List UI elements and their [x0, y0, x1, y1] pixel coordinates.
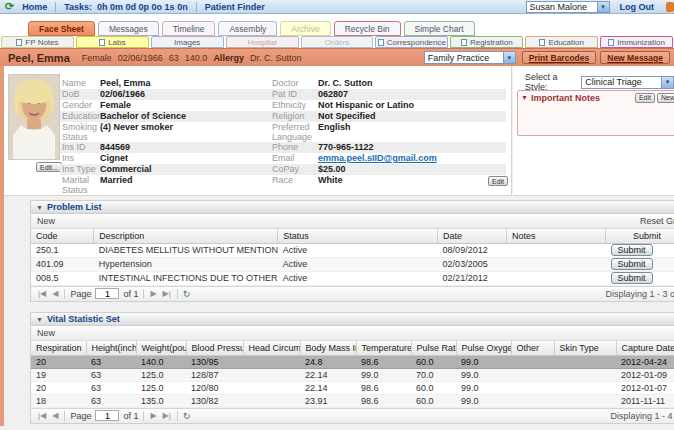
tab-correspondence[interactable]: Correspondence	[375, 36, 448, 48]
collapse-icon[interactable]: ▼	[36, 204, 43, 211]
col-blood-pressure[interactable]: Blood Pressure	[186, 341, 243, 355]
pager-first-icon[interactable]: |◀	[38, 289, 46, 298]
submit-button[interactable]: Submit	[611, 258, 653, 270]
field-label: Marital Status	[60, 175, 100, 195]
copay-value: $25.00	[318, 164, 506, 175]
tab-images[interactable]: Images	[151, 36, 224, 48]
chevron-down-icon: ▾	[661, 77, 673, 88]
col-capture-date[interactable]: Capture Date▼	[616, 341, 674, 355]
tab-registration[interactable]: Registration	[450, 36, 523, 48]
tab-labs[interactable]: Labs	[76, 36, 149, 48]
print-barcodes-button[interactable]: Print Barcodes	[522, 51, 596, 64]
pager-next-icon[interactable]: ▶	[150, 289, 156, 298]
tab-label: Hospital	[248, 38, 277, 47]
pager-prev-icon[interactable]: ◀	[52, 289, 58, 298]
allergy-link[interactable]: Allergy	[213, 53, 244, 63]
tab-archive[interactable]: Archive	[280, 21, 330, 36]
tab-immunization[interactable]: Immunization	[600, 36, 673, 48]
tasks-label[interactable]: Tasks:	[64, 2, 92, 12]
vital-row[interactable]: 20 63 140.0 130/95 24.8 98.6 60.0 99.0 2…	[31, 355, 674, 368]
tab-face-sheet[interactable]: Face Sheet	[28, 21, 95, 36]
submit-button[interactable]: Submit	[611, 244, 653, 256]
tab-education[interactable]: Education	[525, 36, 598, 48]
problem-reset-grid-button[interactable]: Reset Grid	[640, 216, 674, 226]
col-height[interactable]: Height(inches)	[86, 341, 136, 355]
col-date[interactable]: Date	[438, 229, 507, 243]
notes-new-button[interactable]: New	[657, 93, 674, 103]
col-other[interactable]: Other	[511, 341, 554, 355]
height-cell: 63	[86, 355, 136, 368]
field-label: Preferred Language	[272, 122, 318, 142]
page-label: Page	[70, 411, 91, 421]
tab-timeline[interactable]: Timeline	[162, 21, 216, 36]
pulse-cell: 60.0	[411, 381, 456, 394]
pager-next-icon[interactable]: ▶	[150, 411, 156, 420]
col-weight[interactable]: Weight(pounds)	[136, 341, 186, 355]
notes-edit-button[interactable]: Edit	[635, 93, 655, 103]
pager-prev-icon[interactable]: ◀	[52, 411, 58, 420]
page-input[interactable]	[95, 288, 119, 299]
col-notes[interactable]: Notes	[506, 229, 605, 243]
tab-simple-chart[interactable]: Simple Chart	[404, 21, 475, 36]
tab-fp-notes[interactable]: FP Notes	[1, 36, 74, 48]
user-select[interactable]: Susan Malone ▾	[526, 1, 610, 13]
page-input[interactable]	[95, 410, 119, 421]
problem-new-button[interactable]: New	[37, 216, 55, 226]
problem-row[interactable]: 008.5 INTESTINAL INFECTIONS DUE TO OTHER…	[31, 271, 674, 285]
col-description[interactable]: Description	[94, 229, 278, 243]
bp-cell: 130/95	[186, 355, 243, 368]
tasks-counts[interactable]: 0h 0m 0d 0p 0o 1s 0n	[97, 2, 188, 12]
tab-messages[interactable]: Messages	[98, 21, 159, 36]
separator	[143, 411, 144, 421]
head-cell	[243, 368, 300, 381]
temperature-cell: 98.6	[356, 355, 411, 368]
vital-row[interactable]: 18 63 135.0 130/82 23.91 98.6 60.0 99.0 …	[31, 394, 674, 407]
submit-button[interactable]: Submit	[611, 272, 653, 284]
vitals-new-button[interactable]: New	[37, 328, 55, 338]
patient-finder-link[interactable]: Patient Finder	[205, 2, 265, 12]
collapse-icon[interactable]: ▼	[36, 316, 43, 323]
photo-edit-button[interactable]: Edit...	[36, 162, 62, 172]
demographics-fields: Name Peel, Emma Doctor Dr. C. Sutton DoB…	[60, 78, 506, 195]
col-code[interactable]: Code	[31, 229, 94, 243]
refresh-icon[interactable]: ↻	[183, 289, 191, 299]
capture-date-cell: 2011-11-11	[616, 394, 674, 407]
logout-link[interactable]: Log Out	[620, 2, 655, 12]
refresh-icon[interactable]: ↻	[183, 411, 191, 421]
pager-last-icon[interactable]: ▶|	[163, 411, 171, 420]
tab-assembly[interactable]: Assembly	[218, 21, 277, 36]
col-skin-type[interactable]: Skin Type	[554, 341, 616, 355]
patient-height: 63	[169, 53, 179, 63]
col-temperature[interactable]: Temperature(F)	[356, 341, 411, 355]
problem-row[interactable]: 401.09 Hypertension Active 02/03/2005 Su…	[31, 257, 674, 271]
description-cell: INTESTINAL INFECTIONS DUE TO OTHER ORGAN…	[94, 271, 278, 285]
vital-row[interactable]: 19 63 125.0 128/87 22.14 99.0 70.0 99.0 …	[31, 368, 674, 381]
home-link[interactable]: Home	[22, 2, 47, 12]
practice-select[interactable]: Family Practice ▾	[424, 51, 516, 64]
tab-orders: Orders	[301, 36, 374, 48]
problem-row[interactable]: 250.1 DIABETES MELLITUS WITHOUT MENTION …	[31, 243, 674, 257]
tab-recycle-bin[interactable]: Recycle Bin	[334, 21, 401, 36]
col-bmi[interactable]: Body Mass In...	[300, 341, 356, 355]
col-head-circumference[interactable]: Head Circumf...	[243, 341, 300, 355]
email-link[interactable]: emma.peel.sIID@gmail.com	[318, 153, 506, 164]
pager-last-icon[interactable]: ▶|	[163, 289, 171, 298]
col-status[interactable]: Status	[278, 229, 438, 243]
col-pulse-oxygen[interactable]: Pulse Oxygen	[456, 341, 511, 355]
style-select[interactable]: Clinical Triage ▾	[581, 76, 674, 89]
tab-label: Education	[548, 38, 584, 47]
capture-date-cell: 2012-01-07	[616, 381, 674, 394]
col-respiration[interactable]: Respiration	[31, 341, 86, 355]
style-selector-row: Select a Style: Clinical Triage ▾	[525, 72, 674, 92]
skin-cell	[554, 381, 616, 394]
field-label: Smoking Status	[60, 122, 100, 142]
problem-list-header: ▼ Problem List	[31, 201, 674, 214]
collapse-icon[interactable]: ▼	[521, 94, 528, 101]
pager-first-icon[interactable]: |◀	[38, 411, 46, 420]
col-submit[interactable]: Submit	[606, 229, 674, 243]
separator	[55, 2, 56, 12]
status-cell: Active	[278, 243, 438, 257]
vital-row[interactable]: 20 63 125.0 120/80 22.14 98.6 60.0 99.0 …	[31, 381, 674, 394]
new-message-button[interactable]: New Message	[600, 51, 670, 64]
col-pulse-rate[interactable]: Pulse Rate	[411, 341, 456, 355]
